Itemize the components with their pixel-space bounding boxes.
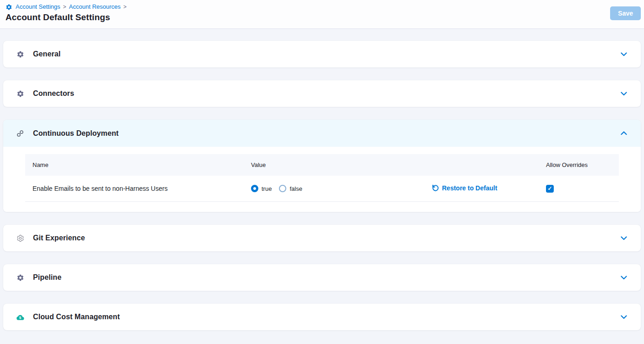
- section-title: Cloud Cost Management: [33, 313, 621, 321]
- column-header-name: Name: [25, 161, 245, 168]
- settings-table-header: Name Value Allow Overrides: [25, 154, 619, 176]
- section-pipeline: Pipeline: [3, 264, 641, 291]
- section-git-experience: Git Experience: [3, 225, 641, 251]
- cloud-dollar-icon: $: [16, 314, 24, 321]
- radio-label: false: [289, 185, 302, 192]
- settings-table: Name Value Allow Overrides Enable Emails…: [25, 154, 619, 202]
- section-title: Git Experience: [33, 234, 621, 242]
- radio-option-false[interactable]: false: [279, 185, 302, 192]
- cd-link-icon: [16, 130, 24, 137]
- breadcrumb-account-resources[interactable]: Account Resources: [69, 3, 121, 11]
- radio-option-true[interactable]: true: [251, 185, 272, 192]
- true-false-radio-group: true false: [251, 185, 424, 192]
- chevron-down-icon[interactable]: [621, 52, 627, 56]
- breadcrumb: Account Settings > Account Resources >: [5, 3, 639, 11]
- section-general-header[interactable]: General: [3, 41, 641, 67]
- radio-label: true: [262, 185, 272, 192]
- chevron-down-icon[interactable]: [621, 92, 627, 96]
- continuous-deployment-settings: Name Value Allow Overrides Enable Emails…: [3, 147, 641, 212]
- section-git-experience-header[interactable]: Git Experience: [3, 225, 641, 251]
- chevron-down-icon[interactable]: [621, 315, 627, 319]
- breadcrumb-separator: >: [63, 3, 66, 11]
- radio-false-unselected[interactable]: [279, 185, 286, 192]
- section-connectors: Connectors: [3, 80, 641, 107]
- gear-icon: [16, 274, 24, 282]
- restore-link-label: Restore to Default: [442, 184, 497, 192]
- gear-outline-icon: [16, 234, 24, 242]
- section-title: Connectors: [33, 89, 621, 98]
- page-title: Account Default Settings: [5, 12, 639, 22]
- section-continuous-deployment-header[interactable]: Continuous Deployment: [3, 120, 641, 147]
- gear-icon: [16, 50, 24, 58]
- section-continuous-deployment: Continuous Deployment Name Value Allow O…: [3, 120, 641, 212]
- check-icon: ✓: [547, 185, 552, 192]
- chevron-down-icon[interactable]: [621, 236, 627, 240]
- chevron-down-icon[interactable]: [621, 276, 627, 280]
- section-title: Continuous Deployment: [33, 129, 621, 138]
- section-connectors-header[interactable]: Connectors: [3, 80, 641, 107]
- column-header-value: Value: [245, 161, 424, 168]
- column-header-allow-overrides: Allow Overrides: [545, 161, 619, 168]
- save-button[interactable]: Save: [610, 6, 641, 20]
- settings-sections: General Connectors Continuous Deploy: [0, 29, 644, 330]
- restore-to-default-link[interactable]: Restore to Default: [431, 184, 497, 192]
- radio-true-selected[interactable]: [251, 185, 258, 192]
- section-pipeline-header[interactable]: Pipeline: [3, 264, 641, 291]
- section-cloud-cost-management: $ Cloud Cost Management: [3, 304, 641, 330]
- breadcrumb-separator: >: [123, 3, 126, 11]
- page-header: Account Settings > Account Resources > A…: [0, 0, 644, 29]
- table-row: Enable Emails to be sent to non-Harness …: [25, 176, 619, 202]
- svg-text:$: $: [19, 316, 22, 320]
- allow-overrides-checkbox[interactable]: ✓: [546, 185, 554, 193]
- section-title: General: [33, 50, 621, 58]
- settings-gear-icon: [5, 4, 12, 11]
- breadcrumb-account-settings[interactable]: Account Settings: [16, 3, 60, 11]
- section-general: General: [3, 41, 641, 67]
- chevron-up-icon[interactable]: [621, 131, 627, 135]
- setting-name: Enable Emails to be sent to non-Harness …: [25, 185, 245, 192]
- allow-overrides-cell: ✓: [545, 185, 619, 193]
- setting-value: true false: [245, 185, 424, 192]
- gear-icon: [16, 90, 24, 98]
- restore-icon: [431, 184, 439, 192]
- restore-cell: Restore to Default: [424, 184, 545, 193]
- section-cloud-cost-management-header[interactable]: $ Cloud Cost Management: [3, 304, 641, 330]
- section-title: Pipeline: [33, 273, 621, 282]
